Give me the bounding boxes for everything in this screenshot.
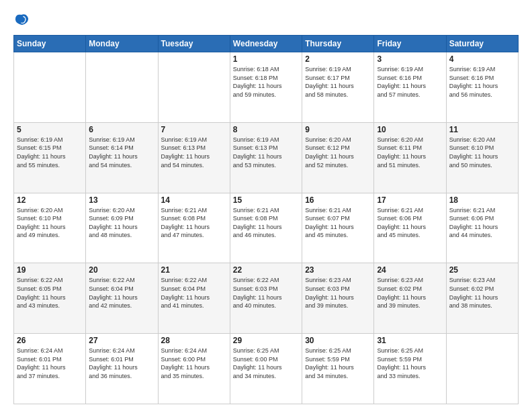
calendar-cell: 3Sunrise: 6:19 AM Sunset: 6:16 PM Daylig… [374,52,446,123]
day-info: Sunrise: 6:20 AM Sunset: 6:10 PM Dayligh… [17,206,83,240]
day-number: 14 [161,195,227,205]
calendar-cell: 24Sunrise: 6:23 AM Sunset: 6:02 PM Dayli… [374,263,446,334]
day-info: Sunrise: 6:20 AM Sunset: 6:10 PM Dayligh… [449,136,515,169]
day-number: 15 [233,195,299,205]
day-number: 25 [449,265,515,275]
calendar-cell: 17Sunrise: 6:21 AM Sunset: 6:06 PM Dayli… [374,193,446,263]
day-number: 19 [17,265,83,275]
day-info: Sunrise: 6:21 AM Sunset: 6:08 PM Dayligh… [161,206,227,240]
day-info: Sunrise: 6:20 AM Sunset: 6:12 PM Dayligh… [305,136,371,169]
calendar-cell [446,334,518,404]
day-info: Sunrise: 6:19 AM Sunset: 6:15 PM Dayligh… [17,136,83,169]
calendar-cell: 5Sunrise: 6:19 AM Sunset: 6:15 PM Daylig… [14,122,86,193]
header [13,12,519,28]
day-number: 11 [449,125,515,134]
day-number: 29 [233,336,299,345]
calendar-cell: 9Sunrise: 6:20 AM Sunset: 6:12 PM Daylig… [302,122,374,193]
day-number: 4 [449,54,515,64]
day-info: Sunrise: 6:21 AM Sunset: 6:06 PM Dayligh… [449,206,515,240]
day-info: Sunrise: 6:23 AM Sunset: 6:03 PM Dayligh… [305,276,371,310]
calendar-cell: 25Sunrise: 6:23 AM Sunset: 6:02 PM Dayli… [446,263,518,334]
day-number: 31 [377,336,443,345]
day-info: Sunrise: 6:19 AM Sunset: 6:13 PM Dayligh… [233,136,299,169]
calendar-cell: 11Sunrise: 6:20 AM Sunset: 6:10 PM Dayli… [446,122,518,193]
weekday-header-saturday: Saturday [446,36,518,52]
day-number: 8 [233,125,299,134]
day-number: 2 [305,54,371,64]
day-number: 24 [377,265,443,275]
calendar-cell: 16Sunrise: 6:21 AM Sunset: 6:07 PM Dayli… [302,193,374,263]
day-number: 27 [89,336,154,345]
weekday-header-monday: Monday [86,36,158,52]
calendar-cell: 30Sunrise: 6:25 AM Sunset: 5:59 PM Dayli… [302,334,374,404]
day-number: 26 [17,336,83,345]
calendar-cell: 2Sunrise: 6:19 AM Sunset: 6:17 PM Daylig… [302,52,374,123]
day-number: 16 [305,195,371,205]
calendar-cell [158,52,230,123]
day-info: Sunrise: 6:18 AM Sunset: 6:18 PM Dayligh… [233,65,299,99]
calendar-cell: 12Sunrise: 6:20 AM Sunset: 6:10 PM Dayli… [14,193,86,263]
weekday-header-wednesday: Wednesday [230,36,302,52]
day-info: Sunrise: 6:24 AM Sunset: 6:01 PM Dayligh… [17,347,83,380]
day-number: 30 [305,336,371,345]
day-number: 18 [449,195,515,205]
day-number: 7 [161,125,227,134]
day-info: Sunrise: 6:19 AM Sunset: 6:14 PM Dayligh… [89,136,154,169]
calendar-cell: 1Sunrise: 6:18 AM Sunset: 6:18 PM Daylig… [230,52,302,123]
day-number: 1 [233,54,299,64]
logo [13,12,32,28]
day-info: Sunrise: 6:19 AM Sunset: 6:16 PM Dayligh… [449,65,515,99]
day-info: Sunrise: 6:22 AM Sunset: 6:03 PM Dayligh… [233,276,299,310]
day-info: Sunrise: 6:19 AM Sunset: 6:13 PM Dayligh… [161,136,227,169]
day-number: 20 [89,265,154,275]
day-number: 6 [89,125,154,134]
calendar-cell: 28Sunrise: 6:24 AM Sunset: 6:00 PM Dayli… [158,334,230,404]
calendar-cell: 19Sunrise: 6:22 AM Sunset: 6:05 PM Dayli… [14,263,86,334]
day-number: 17 [377,195,443,205]
day-info: Sunrise: 6:19 AM Sunset: 6:17 PM Dayligh… [305,65,371,99]
calendar-cell: 10Sunrise: 6:20 AM Sunset: 6:11 PM Dayli… [374,122,446,193]
day-number: 22 [233,265,299,275]
day-info: Sunrise: 6:21 AM Sunset: 6:08 PM Dayligh… [233,206,299,240]
day-number: 5 [17,125,83,134]
day-info: Sunrise: 6:25 AM Sunset: 6:00 PM Dayligh… [233,347,299,380]
day-number: 21 [161,265,227,275]
calendar-cell: 22Sunrise: 6:22 AM Sunset: 6:03 PM Dayli… [230,263,302,334]
calendar: SundayMondayTuesdayWednesdayThursdayFrid… [13,35,519,404]
weekday-header-tuesday: Tuesday [158,36,230,52]
day-number: 12 [17,195,83,205]
day-info: Sunrise: 6:25 AM Sunset: 5:59 PM Dayligh… [305,347,371,380]
day-info: Sunrise: 6:23 AM Sunset: 6:02 PM Dayligh… [377,276,443,310]
day-info: Sunrise: 6:23 AM Sunset: 6:02 PM Dayligh… [449,276,515,310]
day-number: 13 [89,195,154,205]
calendar-cell: 18Sunrise: 6:21 AM Sunset: 6:06 PM Dayli… [446,193,518,263]
day-number: 10 [377,125,443,134]
calendar-cell: 21Sunrise: 6:22 AM Sunset: 6:04 PM Dayli… [158,263,230,334]
calendar-cell: 13Sunrise: 6:20 AM Sunset: 6:09 PM Dayli… [86,193,158,263]
day-number: 23 [305,265,371,275]
calendar-cell: 29Sunrise: 6:25 AM Sunset: 6:00 PM Dayli… [230,334,302,404]
day-info: Sunrise: 6:25 AM Sunset: 5:59 PM Dayligh… [377,347,443,380]
day-info: Sunrise: 6:24 AM Sunset: 6:00 PM Dayligh… [161,347,227,380]
calendar-cell: 6Sunrise: 6:19 AM Sunset: 6:14 PM Daylig… [86,122,158,193]
calendar-cell: 8Sunrise: 6:19 AM Sunset: 6:13 PM Daylig… [230,122,302,193]
calendar-cell: 31Sunrise: 6:25 AM Sunset: 5:59 PM Dayli… [374,334,446,404]
calendar-cell: 15Sunrise: 6:21 AM Sunset: 6:08 PM Dayli… [230,193,302,263]
day-info: Sunrise: 6:22 AM Sunset: 6:04 PM Dayligh… [89,276,154,310]
day-info: Sunrise: 6:21 AM Sunset: 6:07 PM Dayligh… [305,206,371,240]
calendar-cell: 27Sunrise: 6:24 AM Sunset: 6:01 PM Dayli… [86,334,158,404]
calendar-cell: 14Sunrise: 6:21 AM Sunset: 6:08 PM Dayli… [158,193,230,263]
weekday-header-sunday: Sunday [14,36,86,52]
logo-icon [13,12,30,28]
calendar-cell [86,52,158,123]
calendar-cell [14,52,86,123]
calendar-cell: 7Sunrise: 6:19 AM Sunset: 6:13 PM Daylig… [158,122,230,193]
weekday-header-friday: Friday [374,36,446,52]
day-info: Sunrise: 6:20 AM Sunset: 6:11 PM Dayligh… [377,136,443,169]
calendar-cell: 4Sunrise: 6:19 AM Sunset: 6:16 PM Daylig… [446,52,518,123]
day-info: Sunrise: 6:20 AM Sunset: 6:09 PM Dayligh… [89,206,154,240]
day-info: Sunrise: 6:24 AM Sunset: 6:01 PM Dayligh… [89,347,154,380]
day-info: Sunrise: 6:19 AM Sunset: 6:16 PM Dayligh… [377,65,443,99]
calendar-cell: 20Sunrise: 6:22 AM Sunset: 6:04 PM Dayli… [86,263,158,334]
day-number: 9 [305,125,371,134]
